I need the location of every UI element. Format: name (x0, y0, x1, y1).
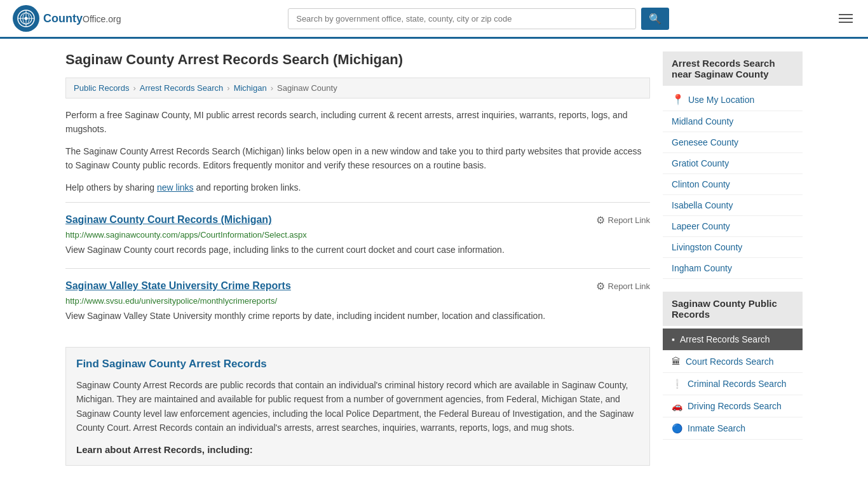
main-container: Saginaw County Arrest Records Search (Mi… (53, 39, 815, 478)
use-location-link[interactable]: Use My Location (688, 95, 754, 105)
resource-desc-0: View Saginaw County court records page, … (65, 243, 650, 257)
resource-header-1: Saginaw Valley State University Crime Re… (65, 280, 650, 292)
pub-records-arrest[interactable]: ▪ Arrest Records Search (663, 329, 803, 351)
pub-records-criminal[interactable]: ❕ Criminal Records Search (663, 373, 803, 395)
pub-records-driving[interactable]: 🚗 Driving Records Search (663, 395, 803, 417)
description3: Help others by sharing new links and rep… (65, 180, 650, 194)
county-genesee[interactable]: Genesee County (663, 132, 803, 153)
resource-url-1[interactable]: http://www.svsu.edu/universitypolice/mon… (65, 296, 650, 306)
menu-button[interactable] (836, 11, 855, 25)
sidebar: Arrest Records Search near Saginaw Count… (663, 51, 803, 466)
arrest-icon: ▪ (672, 334, 675, 344)
content-area: Saginaw County Arrest Records Search (Mi… (65, 51, 650, 466)
location-icon: 📍 (672, 93, 684, 105)
breadcrumb-sep1: › (133, 83, 135, 93)
resource-desc-1: View Saginaw Valley State University mon… (65, 309, 650, 323)
page-title: Saginaw County Arrest Records Search (Mi… (65, 51, 650, 68)
logo-area[interactable]: CountyOffice.org (13, 5, 121, 32)
county-isabella[interactable]: Isabella County (663, 195, 803, 216)
description3-post: and reporting broken links. (194, 182, 301, 193)
resource-title-0[interactable]: Saginaw County Court Records (Michigan) (65, 214, 271, 226)
report-link-1[interactable]: ⚙ Report Link (596, 280, 650, 292)
driving-icon: 🚗 (672, 401, 682, 411)
inmate-icon: 🔵 (672, 423, 682, 433)
breadcrumb-public-records[interactable]: Public Records (74, 83, 129, 93)
public-records-header: Saginaw County Public Records (663, 292, 803, 326)
description1: Perform a free Saginaw County, MI public… (65, 108, 650, 137)
report-link-0[interactable]: ⚙ Report Link (596, 214, 650, 226)
criminal-icon: ❕ (672, 379, 682, 389)
pub-records-inmate[interactable]: 🔵 Inmate Search (663, 417, 803, 440)
breadcrumb-current: Saginaw County (277, 83, 337, 93)
new-links-link[interactable]: new links (157, 182, 194, 193)
resource-url-0[interactable]: http://www.saginawcounty.com/apps/CourtI… (65, 230, 650, 240)
find-desc: Saginaw County Arrest Records are public… (76, 378, 639, 435)
resource-card-0: Saginaw County Court Records (Michigan) … (65, 202, 650, 268)
court-icon: 🏛 (672, 356, 681, 367)
use-location-item[interactable]: 📍 Use My Location (663, 88, 803, 111)
find-title: Find Saginaw County Arrest Records (76, 358, 639, 370)
pub-records-court[interactable]: 🏛 Court Records Search (663, 351, 803, 373)
resource-title-1[interactable]: Saginaw Valley State University Crime Re… (65, 280, 291, 292)
site-header: CountyOffice.org 🔍 (0, 0, 868, 39)
resource-header-0: Saginaw County Court Records (Michigan) … (65, 214, 650, 226)
search-area: 🔍 (288, 8, 669, 30)
county-livingston[interactable]: Livingston County (663, 237, 803, 258)
search-input[interactable] (288, 8, 636, 29)
public-records-section: Saginaw County Public Records ▪ Arrest R… (663, 292, 803, 440)
svg-point-5 (25, 17, 28, 20)
description2: The Saginaw County Arrest Records Search… (65, 144, 650, 173)
county-gratiot[interactable]: Gratiot County (663, 153, 803, 174)
county-lapeer[interactable]: Lapeer County (663, 216, 803, 237)
learn-title: Learn about Arrest Records, including: (76, 444, 639, 455)
breadcrumb: Public Records › Arrest Records Search ›… (65, 78, 650, 98)
nearby-section: Arrest Records Search near Saginaw Count… (663, 51, 803, 279)
breadcrumb-michigan[interactable]: Michigan (234, 83, 267, 93)
breadcrumb-sep3: › (271, 83, 273, 93)
description3-pre: Help others by sharing (65, 182, 157, 193)
logo-text: CountyOffice.org (43, 12, 121, 25)
report-label-1: Report Link (608, 281, 650, 291)
nearby-header: Arrest Records Search near Saginaw Count… (663, 51, 803, 86)
logo-icon (13, 5, 39, 32)
report-icon-0: ⚙ (596, 214, 605, 226)
find-section: Find Saginaw County Arrest Records Sagin… (65, 347, 650, 466)
resource-card-1: Saginaw Valley State University Crime Re… (65, 268, 650, 334)
report-label-0: Report Link (608, 215, 650, 225)
county-clinton[interactable]: Clinton County (663, 174, 803, 195)
breadcrumb-sep2: › (227, 83, 229, 93)
search-button[interactable]: 🔍 (641, 8, 669, 30)
report-icon-1: ⚙ (596, 280, 605, 292)
logo-suffix: Office.org (83, 14, 121, 24)
county-midland[interactable]: Midland County (663, 111, 803, 132)
county-ingham[interactable]: Ingham County (663, 258, 803, 279)
breadcrumb-arrest-records[interactable]: Arrest Records Search (140, 83, 224, 93)
